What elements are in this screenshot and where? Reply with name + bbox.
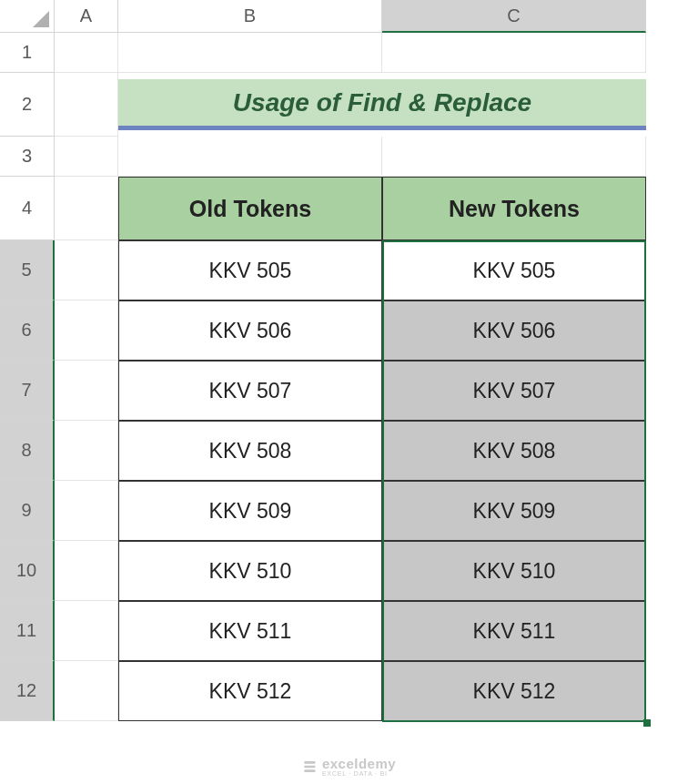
logo-icon — [302, 759, 317, 774]
cell-B10[interactable]: KKV 510 — [118, 541, 382, 601]
cell-A10[interactable] — [55, 541, 118, 601]
cell-C1[interactable] — [382, 33, 646, 73]
row-header-7[interactable]: 7 — [0, 361, 55, 421]
page-title: Usage of Find & Replace — [118, 79, 646, 130]
row-header-5[interactable]: 5 — [0, 240, 55, 300]
row-header-1[interactable]: 1 — [0, 33, 55, 73]
cell-C5[interactable]: KKV 505 — [382, 240, 646, 300]
table-header-old[interactable]: Old Tokens — [118, 177, 382, 240]
cell-A11[interactable] — [55, 601, 118, 661]
cell-A9[interactable] — [55, 481, 118, 541]
cell-A5[interactable] — [55, 240, 118, 300]
cell-B8[interactable]: KKV 508 — [118, 421, 382, 481]
cell-A4[interactable] — [55, 177, 118, 240]
cell-A1[interactable] — [55, 33, 118, 73]
cell-B11[interactable]: KKV 511 — [118, 601, 382, 661]
col-header-A[interactable]: A — [55, 0, 118, 33]
title-cell[interactable]: Usage of Find & Replace — [118, 73, 646, 137]
cell-A12[interactable] — [55, 661, 118, 721]
cell-B3[interactable] — [118, 137, 382, 177]
row-header-11[interactable]: 11 — [0, 601, 55, 661]
row-header-4[interactable]: 4 — [0, 177, 55, 240]
col-header-C[interactable]: C — [382, 0, 646, 33]
cell-C8[interactable]: KKV 508 — [382, 421, 646, 481]
cell-C7[interactable]: KKV 507 — [382, 361, 646, 421]
cell-C10[interactable]: KKV 510 — [382, 541, 646, 601]
col-header-B[interactable]: B — [118, 0, 382, 33]
watermark-name: exceldemy — [322, 757, 396, 770]
cell-C11[interactable]: KKV 511 — [382, 601, 646, 661]
row-header-12[interactable]: 12 — [0, 661, 55, 721]
cell-C12[interactable]: KKV 512 — [382, 661, 646, 721]
row-header-2[interactable]: 2 — [0, 73, 55, 137]
cell-B7[interactable]: KKV 507 — [118, 361, 382, 421]
cell-B6[interactable]: KKV 506 — [118, 300, 382, 361]
cell-A8[interactable] — [55, 421, 118, 481]
cell-A6[interactable] — [55, 300, 118, 361]
cell-C3[interactable] — [382, 137, 646, 177]
row-header-9[interactable]: 9 — [0, 481, 55, 541]
cell-A3[interactable] — [55, 137, 118, 177]
spreadsheet-grid: A B C 1 2 Usage of Find & Replace 3 4 Ol… — [0, 0, 698, 721]
row-header-10[interactable]: 10 — [0, 541, 55, 601]
table-header-new[interactable]: New Tokens — [382, 177, 646, 240]
cell-B12[interactable]: KKV 512 — [118, 661, 382, 721]
row-header-3[interactable]: 3 — [0, 137, 55, 177]
row-header-6[interactable]: 6 — [0, 300, 55, 361]
cell-B1[interactable] — [118, 33, 382, 73]
cell-B9[interactable]: KKV 509 — [118, 481, 382, 541]
watermark: exceldemy EXCEL · DATA · BI — [302, 757, 396, 777]
cell-A7[interactable] — [55, 361, 118, 421]
cell-B5[interactable]: KKV 505 — [118, 240, 382, 300]
row-header-8[interactable]: 8 — [0, 421, 55, 481]
cell-C9[interactable]: KKV 509 — [382, 481, 646, 541]
cell-A2[interactable] — [55, 73, 118, 137]
cell-C6[interactable]: KKV 506 — [382, 300, 646, 361]
watermark-tag: EXCEL · DATA · BI — [322, 770, 396, 777]
select-all-corner[interactable] — [0, 0, 55, 33]
